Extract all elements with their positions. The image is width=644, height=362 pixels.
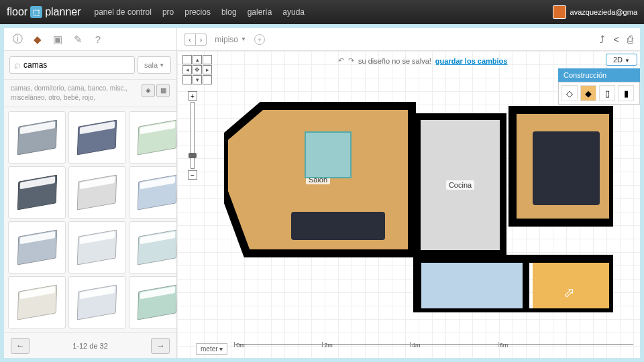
walls xyxy=(224,98,613,312)
ruler: 0m 2m 4m 6m xyxy=(234,344,633,353)
sidebar: ⓘ ◆ ▣ ✎ ? ⌕ sala▼ camas, dormitorio, cam… xyxy=(4,28,177,358)
zoom-handle[interactable] xyxy=(189,153,197,158)
tag-list: camas, dormitorio, cama, banco, misc., m… xyxy=(4,80,176,107)
catalog-item[interactable] xyxy=(129,166,176,219)
nav-link[interactable]: panel de control xyxy=(95,7,152,17)
window-tool[interactable]: ▮ xyxy=(618,85,634,101)
room-filter[interactable]: sala▼ xyxy=(138,56,171,74)
share-icon[interactable]: < xyxy=(613,34,619,45)
zoom-slider[interactable] xyxy=(191,102,195,169)
main-area: ‹ › mipiso ▼ + ⤴ < ⎙ ↶ ↷ su diseño no se… xyxy=(177,28,640,358)
catalog-item[interactable] xyxy=(129,221,176,274)
nav-link[interactable]: precios xyxy=(184,7,211,17)
add-floor-button[interactable]: + xyxy=(254,34,265,45)
pan-up[interactable]: ▴ xyxy=(193,55,202,64)
forward-button[interactable]: › xyxy=(196,34,207,45)
logo[interactable]: floor ⬚ planner xyxy=(7,6,81,18)
nav-link[interactable]: pro xyxy=(162,7,174,17)
zoom-control: + − xyxy=(188,91,197,180)
catalog-item[interactable] xyxy=(8,276,66,328)
save-link[interactable]: guardar los cambios xyxy=(435,57,508,65)
sofa[interactable] xyxy=(291,212,385,240)
dining-table[interactable] xyxy=(305,131,352,178)
cursor-icon: ⬀ xyxy=(559,283,578,302)
info-icon[interactable]: ⓘ xyxy=(11,33,24,46)
next-button[interactable]: → xyxy=(151,338,170,354)
search-input[interactable] xyxy=(23,60,130,70)
back-button[interactable]: ‹ xyxy=(184,34,196,45)
search-box[interactable]: ⌕ xyxy=(9,56,135,74)
main-toolbar: ‹ › mipiso ▼ + ⤴ < ⎙ xyxy=(177,28,640,51)
nav-links: panel de control pro precios blog galerí… xyxy=(95,7,305,17)
tick: 0m xyxy=(234,342,245,347)
catalog-item[interactable] xyxy=(68,166,126,219)
avatar-icon xyxy=(553,5,566,19)
measure-icon[interactable]: ✎ xyxy=(71,33,85,46)
print-icon[interactable]: ⎙ xyxy=(627,34,633,45)
undo-icon[interactable]: ↶ xyxy=(338,56,344,65)
construction-panel: Construcción ◇ ◆ ▯ ▮ xyxy=(558,68,640,105)
construction-title: Construcción xyxy=(558,68,640,82)
search-row: ⌕ sala▼ xyxy=(4,51,176,80)
history-nav: ‹ › xyxy=(184,34,207,46)
project-name: mipiso xyxy=(215,35,238,44)
logo-text-left: floor xyxy=(7,6,28,18)
export-icon[interactable]: ⤴ xyxy=(600,34,605,45)
floorplan[interactable]: Salón Cocina Dormitorio xyxy=(224,98,613,312)
pager: ← 1-12 de 32 → xyxy=(4,333,176,358)
redo-icon[interactable]: ↷ xyxy=(348,56,354,65)
catalog-item[interactable] xyxy=(129,276,176,328)
user-email: avazquezieda@gma xyxy=(570,8,637,16)
prev-button[interactable]: ← xyxy=(11,338,30,354)
tags-text[interactable]: camas, dormitorio, cama, banco, misc., m… xyxy=(11,84,138,103)
project-select[interactable]: mipiso ▼ xyxy=(215,35,246,44)
catalog-item[interactable] xyxy=(68,221,126,274)
nav-link[interactable]: ayuda xyxy=(282,7,305,17)
save-bar: ↶ ↷ su diseño no se salva! guardar los c… xyxy=(338,56,507,65)
sidebar-toolbar: ⓘ ◆ ▣ ✎ ? xyxy=(4,28,176,51)
catalog-item[interactable] xyxy=(8,166,66,219)
furniture-icon[interactable]: ◆ xyxy=(31,33,44,46)
help-icon[interactable]: ? xyxy=(91,33,105,46)
pan-left[interactable]: ◂ xyxy=(182,65,192,74)
pan-control: ▴ ◂✥▸ ▾ xyxy=(182,55,212,84)
pan-right[interactable]: ▸ xyxy=(203,65,212,74)
nav-link[interactable]: blog xyxy=(221,7,237,17)
logo-text-right: planner xyxy=(45,6,80,18)
view-grid-icon[interactable]: ▦ xyxy=(156,84,170,97)
user-menu[interactable]: avazquezieda@gma xyxy=(553,5,637,19)
catalog-item[interactable] xyxy=(68,111,126,164)
view-3d-icon[interactable]: ◈ xyxy=(142,84,155,97)
bed[interactable] xyxy=(533,131,600,205)
catalog-item[interactable] xyxy=(8,111,66,164)
door-tool[interactable]: ▯ xyxy=(599,85,615,101)
chevron-down-icon: ▼ xyxy=(241,36,246,42)
tick: 2m xyxy=(322,342,333,347)
catalog-item[interactable] xyxy=(68,276,126,328)
search-icon: ⌕ xyxy=(14,59,21,71)
nav-link[interactable]: galería xyxy=(248,7,272,17)
logo-icon: ⬚ xyxy=(30,6,42,18)
canvas[interactable]: ↶ ↷ su diseño no se salva! guardar los c… xyxy=(177,51,640,358)
photos-icon[interactable]: ▣ xyxy=(51,33,64,46)
chevron-down-icon: ▼ xyxy=(159,62,164,68)
view-mode-label: 2D xyxy=(613,56,623,64)
top-navbar: floor ⬚ planner panel de control pro pre… xyxy=(0,0,644,24)
tick: 6m xyxy=(498,342,508,347)
save-warning: su diseño no se salva! xyxy=(358,57,431,65)
pan-center[interactable]: ✥ xyxy=(193,65,202,74)
tick: 4m xyxy=(410,342,421,347)
unit-select[interactable]: meter ▾ xyxy=(196,343,227,355)
pan-down[interactable]: ▾ xyxy=(193,75,202,84)
catalog-item[interactable] xyxy=(8,221,66,274)
room-filter-label: sala xyxy=(144,61,158,69)
unit-label: meter xyxy=(201,345,218,353)
view-mode-select[interactable]: 2D ▼ xyxy=(606,54,637,66)
chevron-down-icon: ▼ xyxy=(625,58,630,64)
zoom-out[interactable]: − xyxy=(188,170,197,180)
catalog-item[interactable] xyxy=(129,111,176,164)
zoom-in[interactable]: + xyxy=(188,91,197,101)
catalog-grid xyxy=(4,107,176,333)
wall-tool[interactable]: ◇ xyxy=(561,85,578,101)
surface-tool[interactable]: ◆ xyxy=(580,85,596,101)
